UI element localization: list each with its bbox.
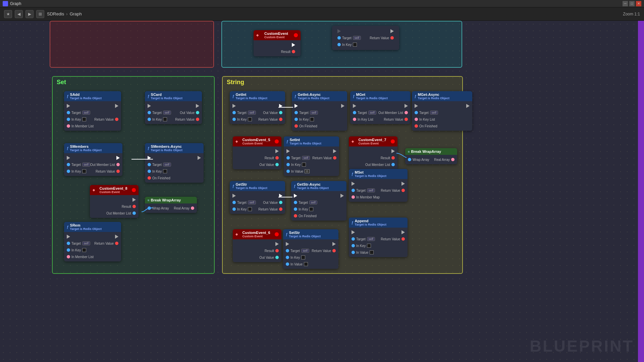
exec-in (286, 149, 290, 153)
append-node[interactable]: ƒ Append Target is Redis Object Target s… (349, 218, 408, 257)
exec-in (286, 242, 289, 246)
close-button[interactable]: ✕ (636, 1, 641, 6)
getstr-async-node[interactable]: ƒ GetStr-Async Target is Redis Object Ta… (291, 181, 346, 221)
inkey-pin (337, 43, 341, 46)
scard-subtitle: Target is Redis Object (151, 97, 182, 100)
window-controls[interactable]: ─ □ ✕ (623, 1, 641, 6)
exec-in (415, 104, 418, 108)
minimize-button[interactable]: ─ (623, 1, 628, 6)
getstr-async-title: GetStr-Async (297, 182, 329, 186)
exec-in (148, 104, 151, 108)
ce8-subtitle: Custom Event (99, 190, 127, 194)
smembers-async-node[interactable]: ƒ SMembers-Async Target is Redis Object … (145, 143, 204, 183)
star-button[interactable]: ★ (4, 10, 12, 18)
srem-node[interactable]: ƒ SRem Target is Redis Object Target sel… (64, 222, 121, 261)
result-pin (292, 50, 295, 53)
node-title: CustomEvent (264, 32, 288, 36)
custom-event-8-node[interactable]: ◆ CustomEvent_8 Custom Event Result (90, 185, 139, 218)
ce5-subtitle: Custom Event (242, 142, 270, 145)
ce6-title: CustomEvent_6 (242, 231, 270, 235)
mget-subtitle: Target is Redis Object (356, 97, 388, 100)
exec-out (275, 149, 279, 153)
back-button[interactable]: ◀ (15, 10, 23, 18)
canvas: ◆ CustomEvent Custom Event Result (0, 21, 644, 362)
srem-subtitle: Target is Redis Object (70, 227, 102, 231)
mget-node[interactable]: ƒ MGet Target is Redis Object Target sel… (350, 91, 411, 124)
exec-out (401, 182, 405, 186)
setint-subtitle: Target is Redis Object (290, 142, 321, 145)
breadcrumb-current[interactable]: Graph (70, 11, 82, 16)
setint-node[interactable]: ƒ SetInt Target is Redis Object Target s… (284, 136, 339, 176)
ce5-title: CustomEvent_5 (242, 138, 270, 142)
top-right-node1[interactable]: Target self Return Value In Key (332, 26, 399, 50)
exec-in (67, 156, 70, 160)
exec-in (294, 194, 297, 198)
sadd-title: SAdd (70, 93, 102, 97)
break-wraparray-string-node[interactable]: ≈ Break WrapArray Wrap Array Real Array (405, 148, 457, 164)
getstr-subtitle: Target is Redis Object (236, 186, 267, 190)
zoom-label: Zoom 1:1 (623, 12, 640, 16)
append-title: Append (355, 219, 386, 223)
exec-out (115, 235, 118, 239)
titlebar: Graph ─ □ ✕ (0, 0, 644, 7)
exec-out (466, 104, 470, 108)
custom-event-7-node[interactable]: ◆ CustomEvent_7 Custom Event Result (349, 136, 397, 169)
ce7-title: CustomEvent_7 (358, 138, 386, 142)
getint-subtitle: Target is Redis Object (236, 97, 267, 100)
exec-out (333, 149, 336, 153)
exec-in (353, 104, 356, 108)
maximize-button[interactable]: □ (629, 1, 635, 6)
bwa-title: Break WrapArray (151, 198, 181, 202)
comment-box-top-left (50, 21, 214, 68)
getstr-node[interactable]: ƒ GetStr Target is Redis Object Target s… (230, 181, 285, 214)
exec-in (232, 104, 236, 108)
exec-out (340, 194, 344, 198)
custom-event-6-node[interactable]: ◆ CustomEvent_6 Custom Event Result (233, 229, 281, 262)
exec-in (294, 104, 298, 108)
mget-async-title: MGet-Async (418, 93, 449, 97)
getint-async-subtitle: Target is Redis Object (298, 97, 329, 100)
exec-out-pin (390, 29, 394, 33)
sadd-node[interactable]: ƒ SAdd Target is Redis Object Target sel… (64, 91, 121, 131)
grid-button[interactable]: ⊞ (36, 10, 44, 18)
exec-out (132, 198, 136, 202)
bwa2-title: Break WrapArray (411, 149, 441, 154)
forward-button[interactable]: ▶ (25, 10, 34, 18)
smembers-title: SMembers (70, 144, 102, 148)
exec-out (332, 242, 336, 246)
exec-in (232, 194, 236, 198)
getint-node[interactable]: ƒ GetInt Target is Redis Object Target s… (230, 91, 285, 124)
custom-event-top-node[interactable]: ◆ CustomEvent Custom Event Result (254, 30, 301, 56)
exec-out (401, 230, 405, 234)
setstr-node[interactable]: ƒ SetStr Target is Redis Object Target s… (283, 229, 338, 269)
breadcrumb-root[interactable]: SDRedis (47, 11, 64, 16)
break-wraparray-set-node[interactable]: ≈ Break WrapArray Wrap Array Real Array (145, 197, 197, 213)
ce7-subtitle: Custom Event (358, 142, 386, 145)
smembers-async-title: SMembers-Async (151, 144, 182, 148)
getstr-title: GetStr (236, 182, 267, 186)
app-icon (3, 1, 8, 6)
scard-node[interactable]: ƒ SCard Target is Redis Object Target se… (145, 91, 202, 124)
result-label: Result (281, 50, 290, 54)
getint-title: GetInt (236, 93, 267, 97)
node-subtitle: Custom Event (264, 36, 288, 39)
mget-title: MGet (356, 93, 388, 97)
ce8-title: CustomEvent_8 (99, 186, 127, 190)
set-title: Set (53, 77, 214, 88)
mset-title: MSet (355, 170, 386, 174)
exec-out-pin (292, 43, 295, 47)
exec-out (279, 194, 282, 198)
string-title: String (223, 77, 462, 88)
getint-async-node[interactable]: ƒ GetInt-Async Target is Redis Object Ta… (292, 91, 347, 131)
mset-node[interactable]: ƒ MSet Target is Redis Object Target sel… (349, 169, 408, 202)
toolbar: ★ ◀ ▶ ⊞ SDRedis › Graph Zoom 1:1 (0, 7, 644, 21)
srem-title: SRem (70, 223, 102, 227)
mget-async-subtitle: Target is Redis Object (418, 97, 449, 100)
ce6-subtitle: Custom Event (242, 235, 270, 238)
right-edge-decoration (638, 21, 644, 362)
exec-out (391, 149, 395, 153)
custom-event-5-node[interactable]: ◆ CustomEvent_5 Custom Event Result (233, 136, 281, 169)
smembers-node[interactable]: ƒ SMembers Target is Redis Object Target… (64, 143, 122, 176)
exec-in (67, 104, 70, 108)
mget-async-node[interactable]: ƒ MGet-Async Target is Redis Object Targ… (412, 91, 472, 131)
